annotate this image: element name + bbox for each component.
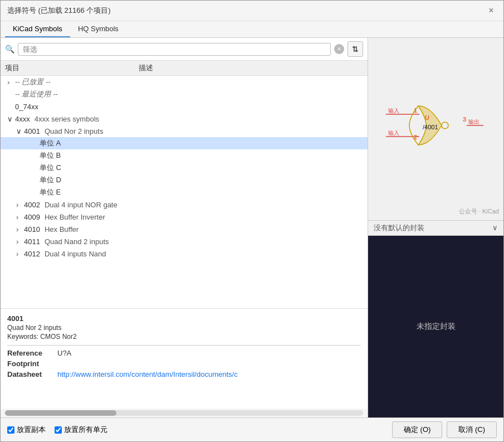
place-copy-checkbox[interactable] xyxy=(7,426,14,434)
info-footprint-label: Footprint xyxy=(7,360,57,368)
tree-row-4002[interactable]: › 4002 Dual 4 input NOR gate xyxy=(1,198,368,211)
nor-gate-symbol: 输入 输入 输出 1 2 3 U /4001 xyxy=(380,84,492,174)
tabs-bar: KiCad Symbols HQ Symbols xyxy=(1,21,503,38)
tree-item-name: 单位 C xyxy=(40,163,61,173)
tree-row-unit-b[interactable]: 单位 B xyxy=(1,149,368,162)
tree-item-name: 单位 E xyxy=(40,187,61,197)
svg-text:/4001: /4001 xyxy=(423,124,438,130)
footer: 放置副本 放置所有单元 确定 (O) 取消 (C) xyxy=(1,417,503,441)
cancel-button[interactable]: 取消 (C) xyxy=(447,421,497,438)
tree-item-name: 单位 A xyxy=(40,138,61,148)
info-title: 4001 xyxy=(7,314,361,323)
tree-row-4009[interactable]: › 4009 Hex Buffer Inverter xyxy=(1,211,368,223)
tree-row-recently-used[interactable]: -- 最近使用 -- xyxy=(1,88,368,100)
scroll-track[interactable] xyxy=(5,410,363,416)
svg-text:输出: 输出 xyxy=(468,119,479,125)
info-reference-value: U?A xyxy=(57,349,71,357)
arrow-icon: › xyxy=(7,78,15,86)
info-keywords: Keywords: CMOS Nor2 xyxy=(7,333,361,341)
dialog-title: 选择符号 (已加载 21166 个项目) xyxy=(7,6,111,16)
info-datasheet-label: Datasheet xyxy=(7,370,57,378)
tree-row-4001[interactable]: ∨ 4001 Quad Nor 2 inputs xyxy=(1,125,368,137)
info-desc: Quad Nor 2 inputs xyxy=(7,324,361,332)
tree-item-name: 4011 xyxy=(24,237,40,246)
tab-kicad-symbols[interactable]: KiCad Symbols xyxy=(5,21,70,37)
svg-point-3 xyxy=(442,122,448,129)
info-datasheet-link[interactable]: http://www.intersil.com/content/dam/Inte… xyxy=(57,370,238,378)
tree-row-4010[interactable]: › 4010 Hex Buffer xyxy=(1,223,368,235)
info-reference-label: Reference xyxy=(7,349,57,357)
arrow-icon: › xyxy=(16,201,24,209)
tab-hq-symbols[interactable]: HQ Symbols xyxy=(70,21,126,37)
encap-preview: 未指定封装 xyxy=(368,236,503,418)
place-copy-checkbox-label[interactable]: 放置副本 xyxy=(7,425,46,435)
arrow-icon: › xyxy=(16,250,24,258)
info-footprint-row: Footprint xyxy=(7,360,361,368)
tree-row-0-74xx[interactable]: 0_74xx xyxy=(1,100,368,113)
close-button[interactable]: × xyxy=(486,5,497,16)
tree-item-name: 4001 xyxy=(24,127,40,135)
place-all-checkbox-label[interactable]: 放置所有单元 xyxy=(55,425,107,435)
arrow-icon-down: ∨ xyxy=(16,127,24,135)
right-panel: 输入 输入 输出 1 2 3 U /4001 公众号 xyxy=(368,38,503,417)
arrow-icon: › xyxy=(16,225,24,234)
tree-row-unit-c[interactable]: 单位 C xyxy=(1,162,368,174)
svg-text:输入: 输入 xyxy=(388,130,399,136)
table-header: 项目 描述 xyxy=(1,61,368,76)
arrow-icon: › xyxy=(16,237,24,246)
symbol-svg: 输入 输入 输出 1 2 3 U /4001 xyxy=(380,84,492,173)
title-bar: 选择符号 (已加载 21166 个项目) × xyxy=(1,1,503,21)
place-copy-label: 放置副本 xyxy=(17,425,46,435)
scrollbar-row xyxy=(1,409,368,417)
info-datasheet-row: Datasheet http://www.intersil.com/conten… xyxy=(7,370,361,378)
tree-row-unit-e[interactable]: 单位 E xyxy=(1,186,368,198)
left-panel: 🔍 × ⇅ 项目 描述 › -- 已放置 -- xyxy=(1,38,368,417)
place-all-checkbox[interactable] xyxy=(55,426,62,434)
footer-left: 放置副本 放置所有单元 xyxy=(7,425,107,435)
tree-row-unit-d[interactable]: 单位 D xyxy=(1,174,368,186)
info-reference-row: Reference U?A xyxy=(7,349,361,357)
col-desc-header: 描述 xyxy=(139,63,363,73)
tree-item-name: 4009 xyxy=(24,213,40,221)
info-panel: 4001 Quad Nor 2 inputs Keywords: CMOS No… xyxy=(1,308,368,409)
tree-item-name: 0_74xx xyxy=(15,103,38,111)
tree-row-4012[interactable]: › 4012 Dual 4 inputs Nand xyxy=(1,247,368,260)
info-divider xyxy=(7,345,361,346)
col-item-header: 项目 xyxy=(5,63,139,73)
tree-item-name: 4012 xyxy=(24,250,40,258)
search-bar: 🔍 × ⇅ xyxy=(1,38,368,61)
arrow-icon: › xyxy=(16,213,24,221)
ok-button[interactable]: 确定 (O) xyxy=(392,421,442,438)
tree-item-name: 4xxx xyxy=(15,115,30,123)
main-content: 🔍 × ⇅ 项目 描述 › -- 已放置 -- xyxy=(1,38,503,417)
svg-text:U: U xyxy=(425,114,429,121)
tree-row-already-placed[interactable]: › -- 已放置 -- xyxy=(1,76,368,88)
tree-item-name: -- 已放置 -- xyxy=(15,77,51,87)
tree-item-name: 4010 xyxy=(24,225,40,234)
symbol-preview-area: 输入 输入 输出 1 2 3 U /4001 公众号 xyxy=(368,38,503,220)
tree-row-4011[interactable]: › 4011 Quad Nand 2 inputs xyxy=(1,235,368,247)
tree-item-name: 4002 xyxy=(24,201,40,209)
dialog: 选择符号 (已加载 21166 个项目) × KiCad Symbols HQ … xyxy=(0,0,504,442)
watermark-text: 公众号 · KiCad xyxy=(459,207,499,216)
dropdown-icon[interactable]: ∨ xyxy=(492,224,498,232)
svg-text:输入: 输入 xyxy=(388,108,399,114)
svg-text:3: 3 xyxy=(463,116,466,123)
tree-item-name: -- 最近使用 -- xyxy=(15,89,58,99)
watermark: 公众号 · KiCad xyxy=(459,207,499,216)
encapsulation-header[interactable]: 没有默认的封装 ∨ xyxy=(368,220,503,236)
scroll-thumb[interactable] xyxy=(5,410,116,416)
no-package-text: 未指定封装 xyxy=(417,322,456,332)
tree-container[interactable]: › -- 已放置 -- -- 最近使用 -- 0_74xx xyxy=(1,76,368,308)
filter-button[interactable]: ⇅ xyxy=(348,41,363,57)
tree-item-name: 单位 B xyxy=(40,150,61,161)
arrow-icon-down: ∨ xyxy=(7,115,15,123)
tree-row-unit-a[interactable]: 单位 A xyxy=(1,137,368,149)
search-clear-button[interactable]: × xyxy=(334,44,344,54)
tree-row-4xxx[interactable]: ∨ 4xxx 4xxx series symbols xyxy=(1,113,368,125)
search-input[interactable] xyxy=(18,43,331,56)
svg-text:1: 1 xyxy=(414,107,417,114)
search-icon: 🔍 xyxy=(5,45,14,54)
encapsulation-label: 没有默认的封装 xyxy=(374,223,424,233)
svg-text:2: 2 xyxy=(414,134,417,140)
